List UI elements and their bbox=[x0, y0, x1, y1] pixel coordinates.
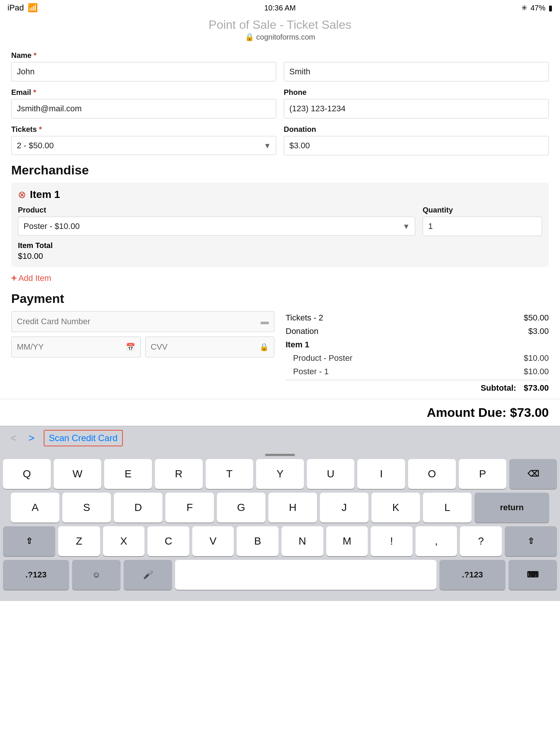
key-c[interactable]: C bbox=[147, 526, 189, 556]
key-l[interactable]: L bbox=[423, 493, 472, 523]
key-keyboard-dismiss[interactable]: ⌨ bbox=[508, 560, 557, 590]
form-container: Name * Email * Phone Tickets bbox=[0, 45, 560, 399]
keyboard-next-button[interactable]: > bbox=[25, 431, 37, 445]
cc-number-input[interactable] bbox=[12, 311, 274, 332]
key-exclamation[interactable]: ! bbox=[371, 526, 413, 556]
key-space[interactable] bbox=[175, 560, 436, 590]
first-name-input[interactable] bbox=[11, 62, 276, 81]
summary-item1-poster-row: Poster - 1 $10.00 bbox=[286, 365, 549, 378]
key-g[interactable]: G bbox=[217, 493, 265, 523]
key-numbers-left[interactable]: .?123 bbox=[3, 560, 69, 590]
key-z[interactable]: Z bbox=[58, 526, 100, 556]
donation-input[interactable] bbox=[284, 136, 549, 155]
donation-label: Donation bbox=[284, 125, 549, 134]
last-name-input[interactable] bbox=[284, 62, 549, 81]
key-q[interactable]: Q bbox=[3, 459, 51, 489]
keyboard-row-1: Q W E R T Y U I O P ⌫ bbox=[3, 459, 557, 489]
phone-col: Phone bbox=[284, 88, 549, 118]
cc-cvv-wrapper: 🔒 bbox=[145, 337, 275, 357]
summary-donation-row: Donation $3.00 bbox=[286, 325, 549, 338]
quantity-col: Quantity bbox=[423, 206, 542, 236]
key-x[interactable]: X bbox=[103, 526, 145, 556]
key-t[interactable]: T bbox=[206, 459, 253, 489]
item-total-value: $10.00 bbox=[18, 251, 542, 261]
last-name-label bbox=[284, 51, 549, 60]
key-e[interactable]: E bbox=[104, 459, 152, 489]
status-bar: iPad 📶 10:36 AM ✳ 47% ▮ bbox=[0, 0, 560, 16]
key-u[interactable]: U bbox=[307, 459, 355, 489]
status-time: 10:36 AM bbox=[264, 4, 296, 12]
add-item-label: Add Item bbox=[18, 273, 51, 283]
payment-title: Payment bbox=[11, 291, 549, 306]
tickets-select[interactable]: 2 - $50.00 bbox=[11, 136, 276, 155]
name-row: Name * bbox=[11, 51, 549, 81]
payment-left: ▬ 📅 🔒 bbox=[11, 311, 274, 393]
key-d[interactable]: D bbox=[114, 493, 162, 523]
summary-item1-product-label: Product - Poster bbox=[293, 353, 352, 363]
tickets-donation-row: Tickets * 2 - $50.00 ▼ Donation bbox=[11, 125, 549, 155]
product-select[interactable]: Poster - $10.00 bbox=[18, 217, 415, 236]
product-col: Product Poster - $10.00 ▼ bbox=[18, 206, 415, 236]
tickets-col: Tickets * 2 - $50.00 ▼ bbox=[11, 125, 276, 155]
keyboard-bottom-row: .?123 ☺ 🎤 .?123 ⌨ bbox=[3, 560, 557, 590]
email-phone-row: Email * Phone bbox=[11, 88, 549, 118]
cc-expiry-wrapper: 📅 bbox=[11, 337, 141, 357]
order-summary: Tickets - 2 $50.00 Donation $3.00 Item 1… bbox=[286, 311, 549, 393]
quantity-input[interactable] bbox=[423, 217, 542, 236]
cc-expiry-input[interactable] bbox=[12, 337, 140, 357]
url-bar: 🔒 cognitoforms.com bbox=[0, 32, 560, 45]
status-right: ✳ 47% ▮ bbox=[521, 3, 553, 12]
cc-cvv-input[interactable] bbox=[146, 337, 274, 357]
key-a[interactable]: A bbox=[11, 493, 59, 523]
item-total-area: Item Total $10.00 bbox=[18, 241, 542, 261]
credit-card-icon: ▬ bbox=[261, 317, 269, 326]
key-i[interactable]: I bbox=[357, 459, 405, 489]
donation-col: Donation bbox=[284, 125, 549, 155]
summary-item1-poster-label: Poster - 1 bbox=[293, 367, 329, 376]
summary-table: Tickets - 2 $50.00 Donation $3.00 Item 1… bbox=[286, 311, 549, 393]
scan-credit-card-button[interactable]: Scan Credit Card bbox=[44, 430, 123, 446]
key-emoji[interactable]: ☺ bbox=[72, 560, 121, 590]
tickets-select-wrapper: 2 - $50.00 ▼ bbox=[11, 136, 276, 155]
key-w[interactable]: W bbox=[54, 459, 102, 489]
phone-input[interactable] bbox=[284, 99, 549, 118]
key-m[interactable]: M bbox=[326, 526, 368, 556]
email-input[interactable] bbox=[11, 99, 276, 118]
lock-icon: 🔒 bbox=[245, 33, 254, 41]
tickets-required: * bbox=[39, 125, 42, 133]
key-k[interactable]: K bbox=[371, 493, 420, 523]
key-delete[interactable]: ⌫ bbox=[509, 459, 557, 489]
key-p[interactable]: P bbox=[459, 459, 507, 489]
calendar-icon: 📅 bbox=[126, 342, 135, 351]
url-text: cognitoforms.com bbox=[256, 33, 315, 41]
summary-tickets-row: Tickets - 2 $50.00 bbox=[286, 311, 549, 325]
summary-tickets-amount: $50.00 bbox=[524, 313, 549, 323]
summary-donation-label: Donation bbox=[286, 326, 318, 336]
key-o[interactable]: O bbox=[408, 459, 456, 489]
cc-expiry-cvv-row: 📅 🔒 bbox=[11, 337, 274, 357]
item-total-label: Item Total bbox=[18, 241, 542, 250]
product-quantity-row: Product Poster - $10.00 ▼ Quantity bbox=[18, 206, 542, 236]
key-comma[interactable]: , bbox=[416, 526, 457, 556]
keyboard-container: Q W E R T Y U I O P ⌫ A S D F G H J K L … bbox=[0, 450, 560, 601]
keyboard-prev-button[interactable]: < bbox=[7, 431, 19, 445]
remove-item-icon[interactable]: ⊗ bbox=[18, 189, 26, 201]
key-n[interactable]: N bbox=[281, 526, 323, 556]
key-h[interactable]: H bbox=[268, 493, 317, 523]
key-shift-right[interactable]: ⇧ bbox=[505, 526, 557, 556]
key-y[interactable]: Y bbox=[256, 459, 304, 489]
key-f[interactable]: F bbox=[165, 493, 214, 523]
key-return[interactable]: return bbox=[475, 493, 549, 523]
key-v[interactable]: V bbox=[192, 526, 234, 556]
key-numbers-right[interactable]: .?123 bbox=[439, 560, 505, 590]
add-item-button[interactable]: + Add Item bbox=[11, 272, 51, 284]
key-mic[interactable]: 🎤 bbox=[124, 560, 172, 590]
key-j[interactable]: J bbox=[320, 493, 368, 523]
key-r[interactable]: R bbox=[155, 459, 203, 489]
ipad-label: iPad bbox=[7, 3, 24, 13]
key-s[interactable]: S bbox=[62, 493, 111, 523]
key-b[interactable]: B bbox=[237, 526, 279, 556]
key-shift-left[interactable]: ⇧ bbox=[3, 526, 55, 556]
key-question[interactable]: ? bbox=[460, 526, 502, 556]
last-name-col bbox=[284, 51, 549, 81]
